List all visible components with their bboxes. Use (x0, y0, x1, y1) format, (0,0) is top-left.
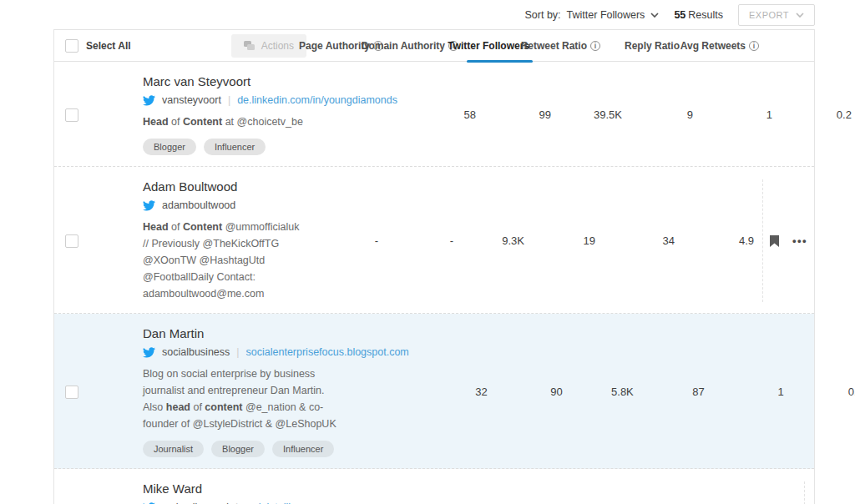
handle-line: adamboultwood (143, 199, 300, 211)
website-link[interactable]: socialenterprisefocus.blogspot.com (246, 346, 409, 358)
tag-pill: Blogger (143, 139, 196, 155)
twitter-icon (143, 347, 155, 358)
column-header-label: Reply Ratio (625, 40, 680, 52)
bookmark-icon (770, 235, 779, 247)
person-name[interactable]: Adam Boultwood (143, 179, 300, 194)
metric-value-avg-retweets: 0.2 (781, 108, 855, 121)
tag-pill: Journalist (143, 441, 204, 457)
tag-pill: Influencer (204, 139, 266, 155)
metric-value-reply-ratio: 1 (701, 108, 781, 121)
table-row: Dan Martin socialbusiness | socialenterp… (54, 314, 814, 469)
twitter-icon (143, 200, 155, 211)
row-checkbox-cell (54, 234, 89, 248)
metric-value-retweet-ratio: 87 (642, 386, 713, 398)
row-checkbox[interactable] (65, 234, 78, 248)
profile-cell: Mike Ward scripmikeward | scripintellige… (89, 481, 353, 504)
metric-value-twitter-followers: 39.5K (559, 108, 630, 121)
more-options-button[interactable]: ••• (791, 236, 809, 246)
row-checkbox[interactable] (65, 386, 78, 399)
profile-cell: Adam Boultwood adamboultwood Head of Con… (89, 179, 311, 302)
twitter-handle[interactable]: vansteyvoort (162, 94, 221, 106)
actions-button-label: Actions (261, 40, 294, 52)
column-header-label: Page Authority (299, 40, 370, 52)
results-count-number: 55 (674, 9, 686, 21)
bio-bold-segment: Head (143, 221, 169, 233)
handle-separator: | (228, 94, 230, 106)
results-count: 55Results (674, 9, 723, 21)
table-row: Marc van Steyvoort vansteyvoort | de.lin… (54, 62, 814, 167)
person-bio: Head of Content at @choicetv_be (143, 113, 336, 130)
tags-icon (244, 41, 255, 51)
handle-separator: | (236, 346, 239, 358)
select-all-label: Select All (86, 40, 131, 52)
row-checkbox-cell (54, 386, 89, 399)
sort-by-label: Sort by: (525, 9, 561, 21)
top-toolbar: Sort by: Twitter Followers 55Results EXP… (0, 0, 855, 29)
metric-value-avg-retweets: 4.9 (683, 234, 762, 247)
bio-segment: at @choicetv_be (222, 116, 303, 128)
person-bio: Blog on social enterprise by business jo… (143, 365, 336, 432)
handle-line: socialbusiness | socialenterprisefocus.b… (143, 346, 409, 358)
row-checkbox[interactable] (65, 108, 78, 122)
person-name[interactable]: Dan Martin (143, 326, 409, 340)
column-header-label: Domain Authority (362, 40, 445, 52)
chevron-down-icon (650, 11, 659, 19)
metric-value-reply-ratio: 1 (713, 386, 792, 398)
tag-pill: Blogger (211, 441, 265, 457)
website-link[interactable]: de.linkedin.com/in/youngdiamonds (237, 94, 397, 106)
table-row: Mike Ward scripmikeward | scripintellige… (54, 469, 814, 504)
table-header-row: Select All Actions Page AuthorityiDomain… (54, 30, 814, 62)
bookmark-button[interactable] (768, 234, 781, 249)
row-actions-cell: ••• (762, 179, 814, 302)
info-icon[interactable]: i (749, 41, 759, 51)
twitter-icon (143, 95, 155, 106)
metric-value-twitter-followers: 5.8K (571, 386, 642, 398)
metric-value-page-authority: 58 (409, 108, 484, 121)
metric-value-twitter-followers: 9.3K (462, 234, 533, 247)
select-all-checkbox[interactable] (65, 39, 78, 53)
bio-segment: of (190, 401, 205, 413)
metric-value-retweet-ratio: 9 (630, 108, 701, 121)
export-button[interactable]: EXPORT (738, 4, 815, 26)
bio-bold-segment: Content (183, 116, 222, 128)
twitter-handle[interactable]: adamboultwood (162, 199, 235, 211)
results-card: Select All Actions Page AuthorityiDomain… (53, 29, 815, 504)
sort-by-dropdown[interactable]: Sort by: Twitter Followers (525, 9, 660, 21)
metric-value-domain-authority: - (387, 234, 462, 247)
bio-bold-segment: content (205, 401, 242, 413)
column-header-avg-retweets[interactable]: Avg Retweetsi (683, 30, 762, 61)
bio-bold-segment: head (166, 401, 190, 413)
metric-value-reply-ratio: 34 (604, 234, 683, 247)
sort-by-value: Twitter Followers (567, 9, 645, 21)
column-header-retweet-ratio[interactable]: Retweet Ratioi (533, 30, 604, 61)
bio-bold-segment: Head (143, 116, 169, 128)
tag-list: JournalistBloggerInfluencer (143, 441, 409, 457)
column-header-label: Retweet Ratio (521, 40, 587, 52)
metric-value-page-authority: - (311, 234, 387, 247)
column-header-label: Avg Retweets (680, 40, 746, 52)
twitter-handle[interactable]: socialbusiness (162, 346, 230, 358)
person-name[interactable]: Mike Ward (143, 481, 341, 496)
bio-segment: of (169, 221, 183, 233)
metric-value-domain-authority: 99 (484, 108, 559, 121)
person-name[interactable]: Marc van Steyvoort (143, 74, 397, 88)
more-options-icon: ••• (792, 234, 807, 247)
metric-value-page-authority: 32 (421, 386, 496, 398)
table-row: Adam Boultwood adamboultwood Head of Con… (54, 167, 814, 314)
column-header-label: Twitter Followers (448, 40, 529, 52)
profile-cell: Dan Martin socialbusiness | socialenterp… (89, 326, 421, 457)
bio-bold-segment: Content (183, 221, 222, 233)
tag-list: BloggerInfluencer (143, 139, 397, 155)
handle-line: vansteyvoort | de.linkedin.com/in/youngd… (143, 94, 397, 106)
row-actions-cell: ••• (804, 481, 855, 504)
export-button-label: EXPORT (749, 10, 789, 20)
info-icon[interactable]: i (590, 41, 600, 51)
profile-cell: Marc van Steyvoort vansteyvoort | de.lin… (89, 74, 409, 155)
results-count-label: Results (688, 9, 723, 21)
person-bio: Head of Content @ummofficialuk // Previo… (143, 219, 300, 302)
bio-segment: @ummofficialuk // Previously @TheKickOff… (143, 221, 300, 300)
actions-button[interactable]: Actions (231, 34, 306, 58)
metric-value-domain-authority: 90 (496, 386, 571, 398)
column-header-reply-ratio[interactable]: Reply Ratio (604, 30, 683, 61)
bio-segment: of (169, 116, 183, 128)
